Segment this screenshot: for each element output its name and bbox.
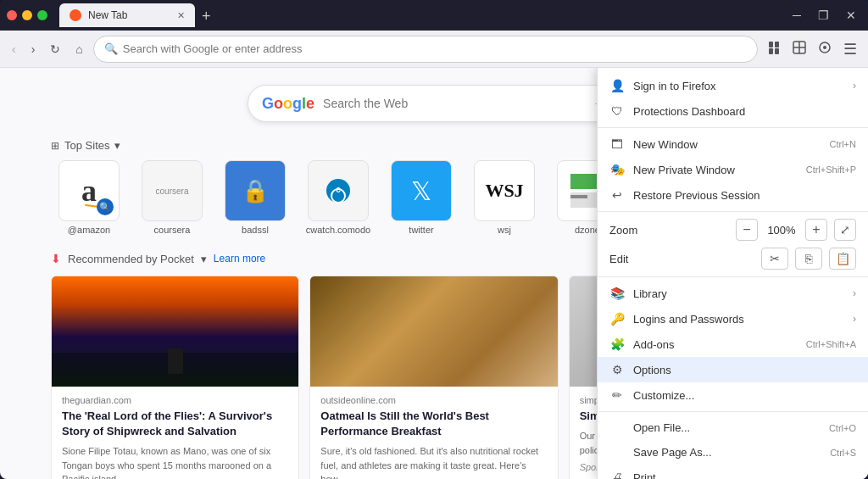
private-window-item[interactable]: 🎭 New Private Window Ctrl+Shift+P — [598, 157, 868, 182]
badssl-label: badssl — [242, 225, 269, 235]
save-page-shortcut: Ctrl+S — [830, 448, 856, 458]
site-item-coursera[interactable]: coursera coursera — [134, 160, 210, 235]
badssl-icon: 🔒 — [225, 160, 286, 221]
site-item-twitter[interactable]: 𝕏 twitter — [383, 160, 459, 235]
cut-button[interactable]: ✂ — [761, 248, 788, 270]
protections-label: Protections Dashboard — [633, 105, 856, 118]
svg-rect-2 — [769, 48, 773, 54]
article-card-1[interactable]: outsideonline.com Oatmeal Is Still the W… — [309, 276, 558, 479]
article-image-1 — [310, 276, 557, 387]
sign-in-icon: 👤 — [609, 79, 625, 92]
library-arrow: › — [853, 287, 856, 299]
options-label: Options — [633, 364, 856, 376]
edit-row: Edit ✂ ⎘ 📋 — [598, 244, 868, 273]
google-search-box[interactable]: Google → — [248, 85, 620, 122]
sign-in-arrow: › — [853, 80, 856, 92]
search-icon: 🔍 — [104, 42, 118, 55]
logins-item[interactable]: 🔑 Logins and Passwords › — [598, 306, 868, 331]
options-item[interactable]: ⚙ Options — [598, 357, 868, 382]
restore-window-icon[interactable]: ❐ — [813, 7, 834, 24]
google-search-input[interactable] — [323, 97, 584, 110]
new-window-item[interactable]: 🗔 New Window Ctrl+N — [598, 131, 868, 157]
article-image-0 — [52, 276, 298, 387]
customize-icon: ✏ — [609, 388, 625, 402]
minimize-window-icon[interactable]: ─ — [787, 7, 806, 24]
menu-divider-2 — [598, 211, 868, 212]
restore-label: Restore Previous Session — [633, 189, 856, 202]
learn-more-link[interactable]: Learn more — [214, 253, 265, 265]
site-item-wsj[interactable]: WSJ wsj — [466, 160, 542, 235]
main-content: Google → ⊞ Top Sites ▾ a — [0, 68, 868, 479]
sync-icon[interactable] — [814, 36, 836, 62]
address-input[interactable] — [123, 42, 747, 55]
hamburger-menu-button[interactable]: ☰ — [839, 36, 861, 63]
firefox-menu: 👤 Sign in to Firefox › 🛡 Protections Das… — [597, 68, 868, 479]
site-item-comodo[interactable]: c cwatch.comodo — [300, 160, 376, 235]
save-page-item[interactable]: Save Page As... Ctrl+S — [598, 440, 868, 465]
new-tab-button[interactable]: + — [195, 5, 218, 27]
article-card-0[interactable]: theguardian.com The 'Real Lord of the Fl… — [51, 276, 299, 479]
svg-rect-15 — [570, 195, 587, 198]
private-window-shortcut: Ctrl+Shift+P — [806, 164, 856, 175]
close-window-icon[interactable]: ✕ — [841, 7, 861, 24]
maximize-button[interactable] — [37, 10, 47, 20]
site-item-amazon[interactable]: a 🔍 @amazon — [51, 160, 127, 235]
tab-favicon — [70, 9, 81, 21]
open-file-label: Open File... — [633, 421, 821, 434]
restore-session-item[interactable]: ↩ Restore Previous Session — [598, 182, 868, 208]
top-sites-chevron[interactable]: ▾ — [114, 139, 120, 152]
print-label: Print... — [633, 471, 856, 480]
protections-item[interactable]: 🛡 Protections Dashboard — [598, 98, 868, 124]
tab-close-button[interactable]: ✕ — [177, 10, 185, 21]
sign-in-label: Sign in to Firefox — [633, 80, 844, 92]
grid-icon: ⊞ — [51, 140, 59, 152]
private-window-label: New Private Window — [633, 164, 798, 176]
open-file-shortcut: Ctrl+O — [829, 423, 856, 433]
logins-label: Logins and Passwords — [633, 313, 844, 326]
zoom-out-button[interactable]: − — [736, 219, 758, 241]
copy-button[interactable]: ⎘ — [795, 248, 822, 270]
comodo-label: cwatch.comodo — [306, 225, 370, 235]
site-item-badssl[interactable]: 🔒 badssl — [217, 160, 293, 235]
private-window-icon: 🎭 — [609, 163, 625, 176]
new-window-icon: 🗔 — [609, 137, 625, 151]
minimize-button[interactable] — [22, 10, 32, 20]
menu-content: 👤 Sign in to Firefox › 🛡 Protections Das… — [598, 68, 868, 479]
customize-label: Customize... — [633, 389, 856, 402]
paste-button[interactable]: 📋 — [829, 248, 856, 270]
logins-arrow: › — [853, 313, 856, 325]
pocket-label: Recommended by Pocket — [68, 253, 194, 265]
addons-item[interactable]: 🧩 Add-ons Ctrl+Shift+A — [598, 331, 868, 357]
open-file-item[interactable]: Open File... Ctrl+O — [598, 415, 868, 440]
window-actions: ─ ❐ ✕ — [787, 7, 861, 24]
addons-shortcut: Ctrl+Shift+A — [806, 339, 856, 349]
container-icon[interactable] — [788, 36, 810, 62]
new-window-shortcut: Ctrl+N — [830, 139, 856, 149]
bookmarks-icon[interactable] — [763, 36, 785, 62]
back-button[interactable]: ‹ — [7, 37, 21, 61]
svg-rect-0 — [769, 42, 773, 47]
customize-item[interactable]: ✏ Customize... — [598, 382, 868, 408]
library-item[interactable]: 📚 Library › — [598, 281, 868, 306]
forward-button[interactable]: › — [26, 37, 41, 61]
zoom-fullscreen-button[interactable]: ⤢ — [834, 219, 856, 241]
coursera-icon: coursera — [142, 160, 203, 221]
reload-button[interactable]: ↻ — [45, 37, 65, 61]
active-tab[interactable]: New Tab ✕ — [59, 3, 195, 27]
pocket-icon: ⬇ — [51, 252, 61, 265]
edit-label: Edit — [609, 253, 754, 265]
close-button[interactable] — [7, 10, 17, 20]
tab-bar: New Tab ✕ + — [59, 3, 782, 27]
zoom-in-button[interactable]: + — [805, 219, 827, 241]
home-button[interactable]: ⌂ — [70, 37, 87, 61]
menu-divider-1 — [598, 127, 868, 128]
article-desc-0: Sione Filipe Totau, known as Mano, was o… — [62, 444, 288, 479]
library-icon: 📚 — [609, 287, 625, 300]
addons-label: Add-ons — [633, 338, 798, 351]
article-source-1: outsideonline.com — [320, 395, 547, 405]
menu-divider-3 — [598, 276, 868, 277]
sign-in-item[interactable]: 👤 Sign in to Firefox › — [598, 73, 868, 98]
zoom-row: Zoom − 100% + ⤢ — [598, 215, 868, 244]
print-item[interactable]: 🖨 Print... — [598, 465, 868, 479]
shield-icon: 🛡 — [609, 104, 625, 118]
